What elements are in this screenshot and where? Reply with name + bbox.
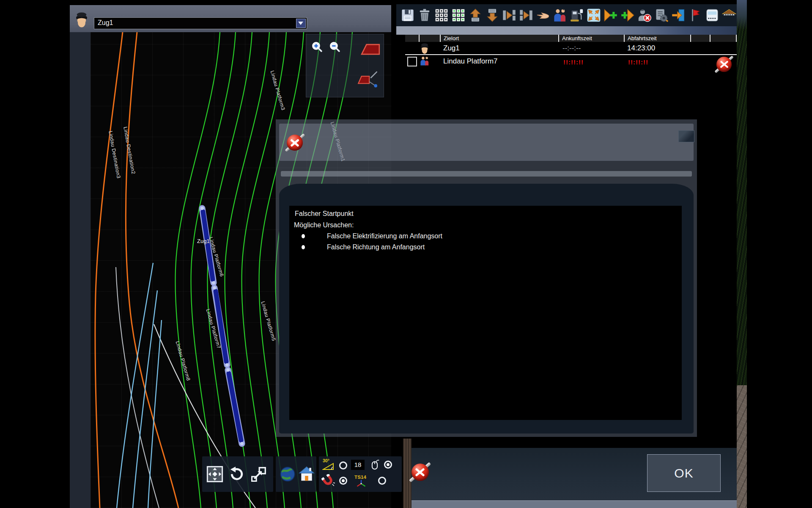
pan-tool-button[interactable]: [206, 466, 223, 483]
column-header: [405, 35, 419, 42]
passengers-icon: [420, 56, 430, 68]
move-down-icon[interactable]: [485, 8, 499, 22]
passengers-icon[interactable]: [553, 8, 567, 22]
driver-select-value: Zug1: [98, 19, 113, 27]
fuel-icon[interactable]: [570, 8, 584, 22]
map-toolbar: 30° 18 TS14: [202, 456, 402, 492]
world-trees-strip: [737, 0, 747, 385]
add-start-icon[interactable]: [604, 8, 618, 22]
row-departure: 14:23:00: [627, 44, 655, 52]
dialog-title: Falscher Startpunkt: [295, 210, 682, 218]
magnet-radio[interactable]: [339, 477, 347, 485]
stop-checkbox[interactable]: [407, 57, 417, 66]
scale-tool-button[interactable]: [250, 466, 267, 483]
row-departure-error: !!:!!:!!: [628, 58, 648, 66]
driver-icon: [74, 11, 89, 30]
world-platform-strip: [737, 385, 747, 508]
dialog-message-box: Falscher Startpunkt Mögliche Ursachen: F…: [289, 206, 682, 420]
driver-icon: [420, 42, 430, 54]
mouse-snap-radio[interactable]: [384, 461, 392, 469]
column-header: [710, 35, 737, 42]
dialog-divider: [281, 171, 692, 177]
dialog-titlebar: [279, 124, 694, 161]
rotate-tool-button[interactable]: [228, 466, 245, 483]
grid-select-green-icon[interactable]: [451, 8, 466, 22]
siding-tracks: [117, 263, 162, 508]
row-destination: Zug1: [443, 44, 460, 52]
dialog-subtitle: Mögliche Ursachen:: [294, 221, 682, 229]
timetable-header: ZielortAnkunftszeitAbfahrtszeit: [405, 35, 737, 42]
driver-select[interactable]: Zug1: [94, 17, 307, 29]
row-arrival: --:--:--: [562, 44, 581, 52]
zoom-out-button[interactable]: [329, 41, 340, 52]
remove-driver-icon[interactable]: [637, 8, 652, 22]
dialog-close-button[interactable]: [285, 133, 304, 152]
save-icon[interactable]: [401, 8, 415, 22]
portal-icon[interactable]: [671, 8, 686, 22]
snap-value[interactable]: 18: [351, 460, 365, 470]
svg-text:30°: 30°: [323, 458, 329, 463]
world-view-button[interactable]: [279, 466, 296, 483]
flag-icon[interactable]: [688, 8, 702, 22]
bottom-close-button[interactable]: [409, 461, 431, 483]
dialog-cause-item: Falsche Richtung am Anfangsort: [294, 243, 682, 251]
column-header: Ankunftszeit: [558, 35, 624, 42]
ok-button[interactable]: OK: [647, 454, 721, 492]
scenario-script-icon[interactable]: [654, 8, 669, 22]
train-label: Zug1: [197, 238, 210, 244]
delete-icon[interactable]: [417, 8, 432, 22]
grid-select-icon[interactable]: [434, 8, 449, 22]
gradient-radio[interactable]: [339, 461, 347, 469]
zoom-in-button[interactable]: [311, 41, 323, 52]
destination-tracks: [95, 32, 178, 508]
map-overlay-panel: [306, 34, 384, 97]
magnet-snap-icon: [321, 474, 335, 488]
move-up-icon[interactable]: [468, 8, 483, 22]
row-arrival-error: !!:!!:!!: [563, 58, 584, 66]
gauge-radio[interactable]: [378, 477, 386, 485]
marker-large-button[interactable]: [360, 43, 381, 56]
new-service-icon[interactable]: [705, 8, 719, 22]
column-header: Zielort: [440, 35, 558, 42]
focus-view-icon[interactable]: [587, 8, 601, 22]
column-header: [690, 35, 710, 42]
gradient-display-icon: 30°: [322, 458, 335, 472]
dialog-body: Falscher Startpunkt Mögliche Ursachen: F…: [279, 184, 694, 433]
top-toolbar: [396, 4, 737, 26]
dialog-cause-item: Falsche Elektrifizierung am Anfangsort: [294, 232, 682, 240]
dialog-causes: Falsche Elektrifizierung am AnfangsortFa…: [294, 232, 682, 251]
column-header: [419, 35, 440, 42]
depot-icon[interactable]: [722, 8, 736, 22]
row-divider: [405, 54, 737, 55]
mouse-icon: [369, 459, 381, 471]
pointer-icon[interactable]: [536, 8, 550, 22]
svg-text:TS14: TS14: [354, 474, 366, 480]
home-view-button[interactable]: [299, 466, 315, 482]
column-header: Abfahrtszeit: [624, 35, 690, 42]
row-destination: Lindau Platform7: [443, 57, 498, 66]
error-dialog: Falscher Startpunkt Mögliche Ursachen: F…: [276, 119, 697, 437]
scenario-editor-screen: Zug1: [0, 0, 812, 508]
dialog-window-icon: [678, 130, 694, 142]
chevron-down-icon[interactable]: [296, 19, 306, 28]
add-end-icon[interactable]: [620, 8, 635, 22]
marker-small-button[interactable]: [357, 71, 380, 89]
world-scene-strip: [396, 26, 737, 35]
bottom-black-strip: [411, 439, 737, 448]
map-left-band: [70, 32, 91, 508]
bottom-bar: [411, 500, 737, 508]
remove-stop-button[interactable]: [715, 55, 733, 74]
insert-before-icon[interactable]: [519, 8, 533, 22]
insert-after-icon[interactable]: [502, 8, 516, 22]
gauge-icon: TS14: [354, 473, 369, 489]
